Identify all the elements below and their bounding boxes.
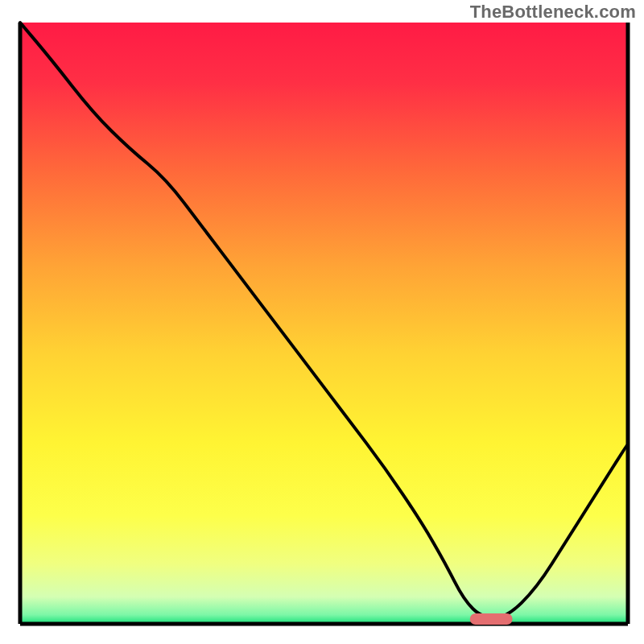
bottleneck-chart — [0, 0, 644, 644]
plot-gradient-fill — [20, 23, 628, 624]
chart-container: TheBottleneck.com — [0, 0, 644, 644]
optimal-marker — [470, 613, 513, 625]
watermark-source: TheBottleneck.com — [470, 2, 636, 23]
